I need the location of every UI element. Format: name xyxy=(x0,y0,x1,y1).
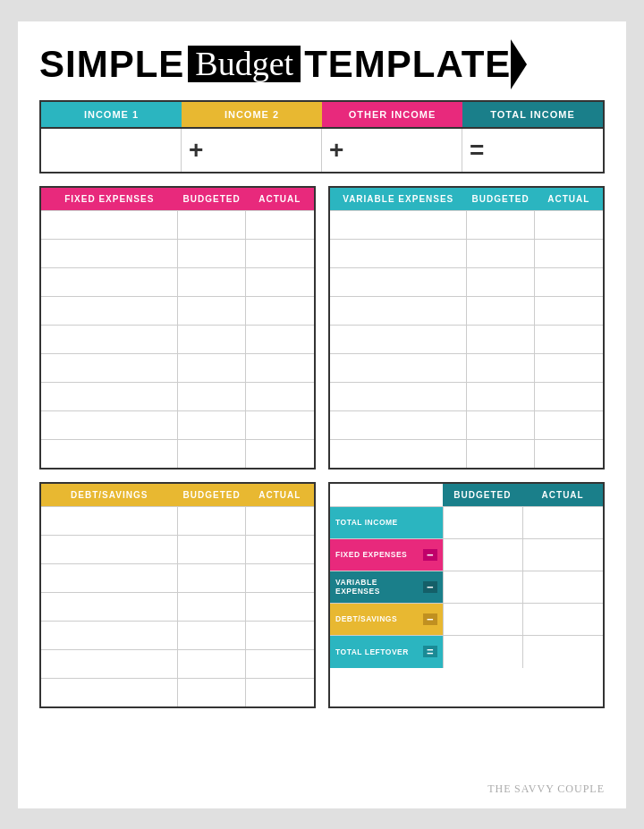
table-row xyxy=(41,649,314,678)
table-row xyxy=(41,621,314,649)
variable-actual-label: ACTUAL xyxy=(535,188,603,210)
table-row xyxy=(330,410,603,439)
table-row xyxy=(41,410,314,439)
table-row xyxy=(330,210,603,239)
variable-expenses-table: VARIABLE EXPENSES BUDGETED ACTUAL xyxy=(328,186,605,469)
summary-variable-label: VARIABLE EXPENSES − xyxy=(330,571,443,603)
variable-expenses-label: VARIABLE EXPENSES xyxy=(330,188,467,210)
title-bar: SIMPLE Budget TEMPLATE xyxy=(39,39,605,89)
summary-leftover-row: TOTAL LEFTOVER = xyxy=(330,636,603,668)
summary-variable-row: VARIABLE EXPENSES − xyxy=(330,571,603,604)
fixed-expenses-header: FIXED EXPENSES BUDGETED ACTUAL xyxy=(41,188,314,210)
table-row xyxy=(41,353,314,382)
debt-savings-table: DEBT/SAVINGS BUDGETED ACTUAL xyxy=(39,482,316,708)
fixed-expenses-table: FIXED EXPENSES BUDGETED ACTUAL xyxy=(39,186,316,469)
summary-debt-budgeted[interactable] xyxy=(443,604,523,635)
table-row xyxy=(41,239,314,267)
debt-actual-label: ACTUAL xyxy=(246,484,314,506)
main-grid: FIXED EXPENSES BUDGETED ACTUAL VARIABLE … xyxy=(39,186,605,469)
summary-debt-actual[interactable] xyxy=(522,604,603,635)
summary-variable-actual[interactable] xyxy=(522,571,603,603)
summary-blank-header xyxy=(330,484,443,506)
summary-header: BUDGETED ACTUAL xyxy=(330,484,603,507)
income-plus2: + xyxy=(322,129,462,172)
income-header: INCOME 1 INCOME 2 OTHER INCOME TOTAL INC… xyxy=(39,100,605,129)
watermark-prefix: THE xyxy=(487,782,511,795)
table-row xyxy=(41,325,314,353)
fixed-actual-label: ACTUAL xyxy=(246,188,314,210)
other-income-header: OTHER INCOME xyxy=(322,102,462,127)
variable-budgeted-label: BUDGETED xyxy=(467,188,535,210)
summary-debt-row: DEBT/SAVINGS − xyxy=(330,604,603,636)
summary-leftover-budgeted[interactable] xyxy=(443,636,523,668)
debt-budgeted-label: BUDGETED xyxy=(178,484,246,506)
table-row xyxy=(41,210,314,239)
page: SIMPLE Budget TEMPLATE INCOME 1 INCOME 2… xyxy=(18,21,626,808)
summary-total-income-label: TOTAL INCOME xyxy=(330,507,443,538)
table-row xyxy=(41,678,314,706)
summary-variable-budgeted[interactable] xyxy=(443,571,523,603)
summary-total-income-row: TOTAL INCOME xyxy=(330,507,603,539)
summary-actual-header: ACTUAL xyxy=(522,484,603,506)
summary-leftover-label: TOTAL LEFTOVER = xyxy=(330,636,443,668)
watermark: THE Savvy COUPLE xyxy=(487,782,605,796)
income1-cell[interactable] xyxy=(41,129,182,172)
title-arrow xyxy=(511,39,527,89)
summary-table: BUDGETED ACTUAL TOTAL INCOME FIXED EXPEN… xyxy=(328,482,605,708)
summary-debt-label: DEBT/SAVINGS − xyxy=(330,604,443,635)
income-row: + + = xyxy=(39,129,605,173)
variable-expenses-header: VARIABLE EXPENSES BUDGETED ACTUAL xyxy=(330,188,603,210)
table-row xyxy=(330,325,603,353)
table-row xyxy=(330,267,603,296)
summary-total-income-actual[interactable] xyxy=(522,507,603,538)
summary-fixed-actual[interactable] xyxy=(522,539,603,571)
title-part1: SIMPLE xyxy=(39,46,184,83)
table-row xyxy=(41,592,314,621)
table-row xyxy=(41,563,314,592)
summary-leftover-actual[interactable] xyxy=(522,636,603,668)
table-row xyxy=(41,506,314,535)
income-plus1: + xyxy=(182,129,322,172)
table-row xyxy=(41,296,314,325)
watermark-suffix: COUPLE xyxy=(557,782,605,795)
table-row xyxy=(330,439,603,468)
table-row xyxy=(41,382,314,410)
title-part2: TEMPLATE xyxy=(304,46,511,83)
debt-savings-label: DEBT/SAVINGS xyxy=(41,484,178,506)
watermark-script: Savvy xyxy=(514,782,555,795)
summary-fixed-label: FIXED EXPENSES − xyxy=(330,539,443,571)
summary-budgeted-header: BUDGETED xyxy=(443,484,523,506)
summary-fixed-budgeted[interactable] xyxy=(443,539,523,571)
summary-fixed-row: FIXED EXPENSES − xyxy=(330,539,603,571)
table-row xyxy=(41,439,314,468)
summary-total-income-budgeted[interactable] xyxy=(443,507,523,538)
fixed-budgeted-label: BUDGETED xyxy=(178,188,246,210)
bottom-grid: DEBT/SAVINGS BUDGETED ACTUAL BUDGETED AC… xyxy=(39,482,605,708)
table-row xyxy=(41,267,314,296)
table-row xyxy=(330,353,603,382)
debt-savings-header: DEBT/SAVINGS BUDGETED ACTUAL xyxy=(41,484,314,506)
income-equals: = xyxy=(462,129,603,172)
income1-header: INCOME 1 xyxy=(41,102,182,127)
income2-header: INCOME 2 xyxy=(182,102,322,127)
table-row xyxy=(41,535,314,563)
total-income-header: TOTAL INCOME xyxy=(462,102,603,127)
fixed-expenses-label: FIXED EXPENSES xyxy=(41,188,178,210)
title-script: Budget xyxy=(188,46,301,83)
table-row xyxy=(330,239,603,267)
table-row xyxy=(330,296,603,325)
table-row xyxy=(330,382,603,410)
